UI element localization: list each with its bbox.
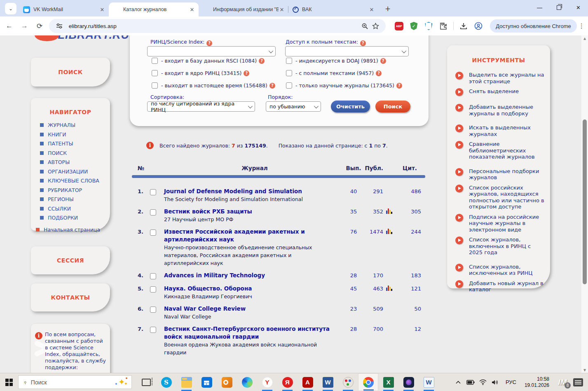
tool-link[interactable]: Подписка на российские научные журналы в… xyxy=(455,214,544,233)
tool-link[interactable]: Добавить выделенные журналы в подборку xyxy=(455,104,544,117)
taskbar-app-button[interactable] xyxy=(237,373,257,391)
action-center-icon[interactable] xyxy=(573,378,583,386)
help-icon[interactable]: ? xyxy=(380,58,386,64)
taskbar-app-button[interactable]: Я xyxy=(277,373,298,391)
page-scrollbar[interactable]: ▲ ▼ xyxy=(581,35,588,373)
address-bar[interactable]: elibrary.ru/titles.asp xyxy=(49,19,386,33)
help-icon[interactable]: ? xyxy=(244,70,249,76)
minimize-button[interactable]: — xyxy=(530,0,549,15)
close-button[interactable]: ✕ xyxy=(569,0,588,15)
checkbox[interactable] xyxy=(152,58,158,64)
tab-close-icon[interactable]: ✕ xyxy=(279,6,285,13)
search-panel-title[interactable]: ПОИСК xyxy=(58,69,83,75)
row-checkbox[interactable] xyxy=(150,307,156,313)
sidebar-nav-item[interactable]: ПОДБОРКИ xyxy=(40,215,110,221)
taskbar-app-button[interactable] xyxy=(136,373,156,391)
row-checkbox[interactable] xyxy=(150,327,156,333)
checkbox[interactable] xyxy=(286,70,292,76)
sidebar-nav-item[interactable]: АВТОРЫ xyxy=(40,159,110,165)
journal-title-link[interactable]: Наука. Общество. Оборона xyxy=(164,285,333,293)
tool-link[interactable]: Персональные подборки журналов xyxy=(455,168,544,181)
rsci-select[interactable] xyxy=(147,46,276,56)
extensions-puzzle-icon[interactable] xyxy=(438,21,449,31)
taskbar-search-box[interactable]: ⌕ Поиск ✦✦✦ xyxy=(18,375,132,389)
taskbar-app-button[interactable]: X xyxy=(378,373,398,391)
taskbar-app-button[interactable]: W xyxy=(318,373,338,391)
stats-bar-chart-icon[interactable] xyxy=(386,208,392,214)
taskbar-app-button[interactable]: S xyxy=(156,373,176,391)
journal-title-link[interactable]: Advances in Military Technology xyxy=(164,272,333,279)
stats-bar-chart-icon[interactable] xyxy=(386,229,392,234)
site-settings-icon[interactable] xyxy=(54,21,65,31)
profile-icon[interactable] xyxy=(473,21,484,31)
tab-close-icon[interactable]: ✕ xyxy=(99,6,105,13)
checkbox[interactable] xyxy=(152,82,158,89)
sidebar-nav-item[interactable]: ССЫЛКИ xyxy=(40,206,110,212)
tool-link[interactable]: Сравнение библиометрических показателей … xyxy=(455,141,544,160)
checkbox[interactable] xyxy=(152,70,158,76)
sidebar-nav-item[interactable]: ОРГАНИЗАЦИИ xyxy=(40,169,110,175)
reload-icon[interactable]: ⟳ xyxy=(34,20,46,32)
sidebar-nav-item[interactable]: ЖУРНАЛЫ xyxy=(40,122,110,128)
order-select[interactable]: по убыванию xyxy=(266,101,321,112)
contacts-panel[interactable]: КОНТАКТЫ xyxy=(31,283,110,311)
green-shield-extension-icon[interactable]: ✓ xyxy=(408,21,419,31)
tab-close-icon[interactable]: ✕ xyxy=(189,6,195,13)
browser-tab[interactable]: Информация об издании "Вес ✕ xyxy=(199,2,288,16)
help-icon[interactable]: ? xyxy=(259,58,265,64)
taskbar-app-button[interactable] xyxy=(338,373,358,391)
tray-chevron-up-icon[interactable] xyxy=(453,373,463,391)
row-checkbox[interactable] xyxy=(150,273,156,279)
tool-link[interactable]: Список журналов, включенных в РИНЦ с 202… xyxy=(455,236,544,256)
clock[interactable]: 10:58 19.01.2026 xyxy=(525,376,549,389)
back-icon[interactable]: ← xyxy=(3,20,15,32)
downloads-icon[interactable] xyxy=(458,21,469,31)
sort-select[interactable]: по числу цитирований из ядра РИНЦ xyxy=(147,101,255,112)
taskbar-app-button[interactable]: A xyxy=(298,373,318,391)
language-indicator[interactable]: РУС xyxy=(506,379,516,385)
sidebar-nav-item[interactable]: ПАТЕНТЫ xyxy=(40,140,110,147)
journal-title-link[interactable]: Вестник Санкт-Петербургского военного ин… xyxy=(164,325,333,341)
help-icon[interactable]: ? xyxy=(269,83,275,89)
scroll-down-icon[interactable]: ▼ xyxy=(581,367,588,373)
url-text[interactable]: elibrary.ru/titles.asp xyxy=(69,23,360,29)
tool-link[interactable]: Список российских журналов, находящихся … xyxy=(455,185,544,210)
new-tab-button[interactable]: + xyxy=(382,3,393,14)
sidebar-nav-item[interactable]: КЛЮЧЕВЫЕ СЛОВА xyxy=(40,178,110,184)
checkbox[interactable] xyxy=(286,82,292,89)
elibrary-logo[interactable]: LIBRARY.RU xyxy=(35,35,129,44)
taskbar-app-button[interactable] xyxy=(358,373,378,391)
messenger-tray-icon[interactable]: IM 8 xyxy=(553,373,572,391)
chrome-update-chip[interactable]: Доступно обновление Chrome xyxy=(490,19,576,33)
browser-menu-icon[interactable]: ⋮ xyxy=(578,20,586,32)
volume-icon[interactable] xyxy=(490,373,500,391)
search-panel[interactable]: ПОИСК xyxy=(31,58,110,87)
taskbar-app-button[interactable]: W xyxy=(419,373,439,391)
taskbar-app-button[interactable] xyxy=(176,373,197,391)
sidebar-nav-item[interactable]: ПОИСК xyxy=(40,150,110,156)
zoom-icon[interactable] xyxy=(359,21,370,31)
wifi-icon[interactable] xyxy=(478,373,488,391)
access-select[interactable] xyxy=(285,46,409,56)
help-icon[interactable]: ? xyxy=(396,83,402,89)
sidebar-nav-item[interactable]: РУБРИКАТОР xyxy=(40,187,110,193)
bookmark-star-icon[interactable] xyxy=(370,21,381,31)
tool-link[interactable]: Выделить все журналы на этой странице xyxy=(455,72,544,84)
clear-button[interactable]: Очистить xyxy=(331,101,370,112)
taskbar-app-button[interactable] xyxy=(398,373,419,391)
forward-icon[interactable]: → xyxy=(19,20,30,32)
adblock-plus-icon[interactable]: ABP xyxy=(394,21,404,31)
start-button[interactable] xyxy=(0,373,18,391)
session-panel[interactable]: СЕССИЯ xyxy=(31,246,110,274)
taskbar-app-button[interactable] xyxy=(217,373,237,391)
tab-close-icon[interactable]: ✕ xyxy=(368,6,375,13)
tool-link[interactable]: Список журналов, исключенных из РИНЦ xyxy=(455,264,544,276)
help-icon[interactable]: ? xyxy=(360,40,366,46)
sidebar-nav-item[interactable]: КНИГИ xyxy=(40,131,110,138)
journal-title-link[interactable]: Naval War College Review xyxy=(164,305,333,313)
tab-search-chevron-icon[interactable]: ⌄ xyxy=(5,3,16,14)
row-checkbox[interactable] xyxy=(150,189,156,195)
stats-bar-chart-icon[interactable] xyxy=(386,286,392,291)
row-checkbox[interactable] xyxy=(150,229,156,236)
maximize-button[interactable] xyxy=(549,0,569,15)
